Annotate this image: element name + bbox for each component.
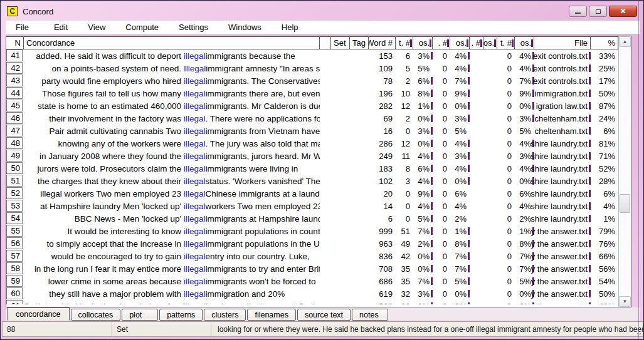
vertical-scrollbar[interactable]: ▲ ▼ bbox=[618, 36, 631, 307]
tab-source-text[interactable]: source text bbox=[297, 309, 351, 321]
row-number[interactable]: 42 bbox=[6, 62, 23, 74]
row-number[interactable]: 51 bbox=[6, 175, 23, 187]
table-row[interactable]: 43party would fine employers who hiredil… bbox=[6, 75, 618, 87]
concordance-line[interactable]: would be encouraged to try to gainillega… bbox=[24, 250, 320, 262]
table-row[interactable]: 54BBC News - Men 'locked up'illegal immi… bbox=[6, 212, 618, 225]
row-number[interactable]: 50 bbox=[6, 162, 23, 174]
table-row[interactable]: 52illegal workers Two men employed 23ill… bbox=[6, 187, 618, 200]
tab-notes[interactable]: notes bbox=[352, 309, 388, 321]
concordance-line[interactable]: in January 2008 where they found theille… bbox=[24, 150, 320, 162]
concordance-line[interactable]: illegal workers Two men employed 23illeg… bbox=[24, 187, 320, 200]
table-row[interactable]: 59lower crime in some areas becauseilleg… bbox=[6, 275, 618, 287]
row-number[interactable]: 61 bbox=[6, 300, 23, 304]
tab-filenames[interactable]: filenames bbox=[247, 309, 296, 321]
row-number[interactable]: 59 bbox=[6, 275, 23, 287]
row-number[interactable]: 44 bbox=[6, 87, 23, 99]
table-row[interactable]: 55It would be interesting to knowillegal… bbox=[6, 225, 618, 237]
close-button[interactable]: ✕ bbox=[609, 6, 637, 17]
table-row[interactable]: 48knowing any of the workers wereillegal… bbox=[6, 137, 618, 150]
menu-help[interactable]: Help bbox=[274, 21, 306, 33]
table-row[interactable]: 44Those figures fail to tell us how many… bbox=[6, 87, 618, 100]
row-number[interactable]: 54 bbox=[6, 212, 23, 224]
resize-grip[interactable] bbox=[635, 329, 641, 335]
concordance-line[interactable]: knowing any of the workers wereillegal. … bbox=[24, 137, 320, 150]
table-row[interactable]: 57would be encouraged to try to gainille… bbox=[6, 250, 618, 262]
concordance-line[interactable]: their involvement in the factory wasille… bbox=[24, 112, 320, 125]
menu-edit[interactable]: Edit bbox=[46, 21, 75, 33]
header-para-number[interactable]: . # bbox=[432, 36, 450, 49]
header-head-number[interactable]: . # bbox=[469, 36, 483, 49]
header-blank[interactable] bbox=[319, 36, 331, 49]
concordance-line[interactable]: the charges that they knew about theiril… bbox=[24, 175, 320, 187]
tab-patterns[interactable]: patterns bbox=[159, 309, 203, 321]
menu-windows[interactable]: Windows bbox=[221, 21, 269, 33]
row-number[interactable]: 45 bbox=[6, 100, 23, 111]
table-row[interactable]: 60they still have a major problem withil… bbox=[6, 287, 618, 300]
header-set[interactable]: Set bbox=[330, 36, 350, 49]
scroll-up-button[interactable]: ▲ bbox=[619, 36, 631, 47]
concordance-line[interactable]: Society added he had no knowledge of any… bbox=[24, 300, 320, 304]
row-number[interactable]: 60 bbox=[6, 287, 23, 299]
table-row[interactable]: 46their involvement in the factory wasil… bbox=[6, 112, 618, 125]
row-number[interactable]: 47 bbox=[6, 125, 23, 137]
header-tag[interactable]: Tag bbox=[349, 36, 369, 49]
row-number[interactable]: 57 bbox=[6, 250, 23, 262]
table-row[interactable]: 50jurors were told. Prosecutors claim th… bbox=[6, 162, 618, 175]
row-number[interactable]: 41 bbox=[6, 49, 23, 61]
table-row[interactable]: 49in January 2008 where they found theil… bbox=[6, 150, 618, 162]
tab-clusters[interactable]: clusters bbox=[204, 309, 246, 321]
table-row[interactable]: 45state is home to an estimated 460,000i… bbox=[6, 100, 618, 112]
header-sent-pos[interactable]: os. bbox=[413, 36, 433, 49]
table-row[interactable]: 47Pair admit cultivating cannabis Twoill… bbox=[6, 125, 618, 137]
header-head-pos[interactable]: os. bbox=[483, 36, 497, 49]
tab-concordance[interactable]: concordance bbox=[7, 307, 70, 321]
row-number[interactable]: 52 bbox=[6, 187, 23, 199]
concordance-line[interactable]: Pair admit cultivating cannabis Twoilleg… bbox=[24, 125, 320, 137]
concordance-line[interactable]: jurors were told. Prosecutors claim thei… bbox=[24, 162, 320, 175]
header-sect-number[interactable]: t. # bbox=[497, 36, 515, 49]
row-number[interactable]: 56 bbox=[6, 237, 23, 249]
menu-file[interactable]: File bbox=[8, 21, 36, 33]
row-number[interactable]: 48 bbox=[6, 137, 23, 149]
concordance-line[interactable]: party would fine employers who hiredille… bbox=[24, 75, 320, 87]
row-number[interactable]: 53 bbox=[6, 200, 23, 212]
menu-compute[interactable]: Compute bbox=[118, 21, 166, 33]
header-para-pos[interactable]: os. bbox=[450, 36, 470, 49]
concordance-line[interactable]: BBC News - Men 'locked up'illegal immigr… bbox=[24, 212, 320, 225]
table-row[interactable]: 58in the long run I fear it may entice m… bbox=[6, 262, 618, 275]
concordance-line[interactable]: lower crime in some areas becauseillegal… bbox=[24, 275, 320, 287]
concordance-line[interactable]: they still have a major problem withille… bbox=[24, 287, 320, 300]
header-percent[interactable]: % bbox=[590, 36, 618, 49]
scrollbar-thumb[interactable] bbox=[620, 194, 630, 213]
tab-plot[interactable]: plot bbox=[122, 309, 158, 321]
row-number[interactable]: 55 bbox=[6, 225, 23, 237]
table-row[interactable]: 51the charges that they knew about their… bbox=[6, 175, 618, 187]
row-number[interactable]: 46 bbox=[6, 112, 23, 124]
concordance-line[interactable]: on a points-based system of need.Illegal… bbox=[24, 62, 320, 75]
concordance-line[interactable]: to simply accept that the increase inill… bbox=[24, 237, 320, 250]
scroll-down-button[interactable]: ▼ bbox=[619, 296, 631, 307]
row-number[interactable]: 43 bbox=[6, 75, 23, 86]
tab-collocates[interactable]: collocates bbox=[71, 309, 121, 321]
concordance-line[interactable]: added. He said it was difficult to depor… bbox=[24, 49, 320, 62]
table-row[interactable]: 61Society added he had no knowledge of a… bbox=[6, 300, 618, 304]
row-number[interactable]: 49 bbox=[6, 150, 23, 162]
concordance-line[interactable]: at Hampshire laundry Men 'locked up'ille… bbox=[24, 200, 320, 212]
header-sect-pos[interactable]: os. bbox=[514, 36, 534, 49]
table-row[interactable]: 42on a points-based system of need.Illeg… bbox=[6, 62, 618, 75]
menu-view[interactable]: View bbox=[80, 21, 113, 33]
maximize-button[interactable] bbox=[589, 6, 607, 17]
header-sent-number[interactable]: t. # bbox=[395, 36, 413, 49]
header-file[interactable]: File bbox=[534, 36, 591, 49]
row-number[interactable]: 58 bbox=[6, 262, 23, 274]
concordance-line[interactable]: state is home to an estimated 460,000ill… bbox=[24, 100, 320, 112]
menu-settings[interactable]: Settings bbox=[171, 21, 216, 33]
concordance-line[interactable]: Those figures fail to tell us how manyil… bbox=[24, 87, 320, 100]
minimize-button[interactable] bbox=[569, 6, 587, 17]
header-word-number[interactable]: Word # bbox=[368, 36, 396, 49]
table-row[interactable]: 56to simply accept that the increase ini… bbox=[6, 237, 618, 250]
header-n[interactable]: N bbox=[6, 36, 24, 49]
concordance-line[interactable]: in the long run I fear it may entice mor… bbox=[24, 262, 320, 275]
table-row[interactable]: 41added. He said it was difficult to dep… bbox=[6, 49, 618, 62]
table-row[interactable]: 53at Hampshire laundry Men 'locked up'il… bbox=[6, 200, 618, 212]
